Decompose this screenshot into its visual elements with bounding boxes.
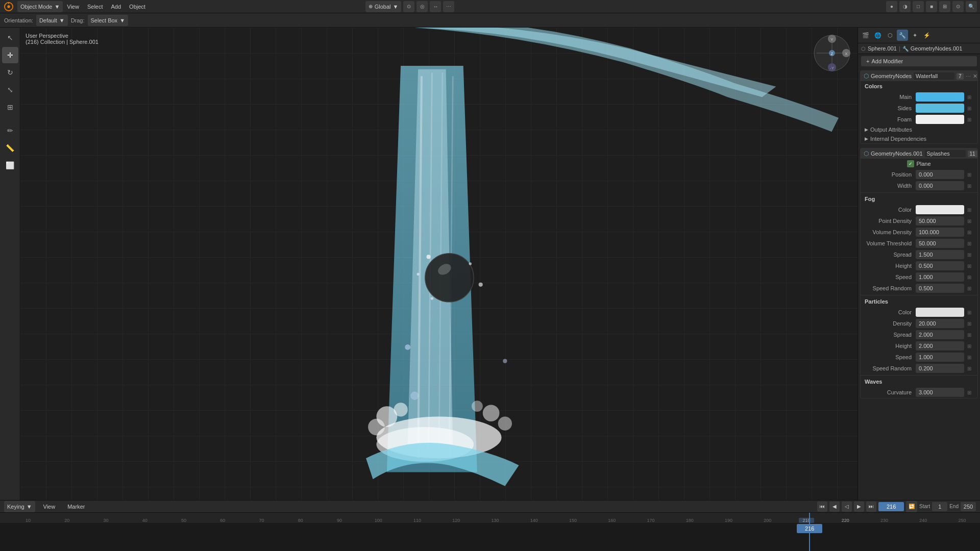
main-color-link[interactable]: ⊞ bbox=[965, 93, 973, 101]
sidebar-annotate-icon[interactable]: ✏ bbox=[2, 122, 18, 139]
particles-color-picker[interactable] bbox=[916, 308, 964, 317]
volume-threshold-link[interactable]: ⊞ bbox=[965, 239, 973, 247]
width-link[interactable]: ⊞ bbox=[965, 182, 973, 190]
width-value[interactable]: 0.000 bbox=[916, 181, 964, 190]
transform-icon[interactable]: ↔ bbox=[430, 1, 441, 12]
modifier-1-input[interactable] bbox=[914, 72, 954, 80]
spread-value[interactable]: 1.500 bbox=[916, 250, 964, 259]
panel-scene-icon[interactable]: 🎬 bbox=[860, 30, 871, 41]
fog-color-picker[interactable] bbox=[916, 205, 964, 214]
orientation-dropdown[interactable]: ⊕ Global ▼ bbox=[365, 1, 402, 12]
keying-dropdown[interactable]: Keying ▼ bbox=[4, 501, 35, 512]
sidebar-scale-icon[interactable]: ⤡ bbox=[2, 82, 18, 98]
viewport[interactable]: User Perspective (216) Collection | Sphe… bbox=[20, 28, 857, 500]
height-value[interactable]: 0.500 bbox=[916, 261, 964, 270]
speed-link[interactable]: ⊞ bbox=[965, 273, 973, 281]
curvature-link[interactable]: ⊞ bbox=[965, 388, 973, 396]
modifier-1-header[interactable]: ⬡ GeometryNodes 7 ⋯ ✕ bbox=[861, 71, 977, 81]
panel-object-icon[interactable]: ⬡ bbox=[885, 30, 896, 41]
orientation-default-dropdown[interactable]: Default ▼ bbox=[36, 15, 68, 26]
jump-end-btn[interactable]: ⏭ bbox=[866, 502, 876, 512]
menu-select[interactable]: Select bbox=[83, 3, 107, 11]
timeline-marker-menu[interactable]: Marker bbox=[63, 503, 89, 511]
timeline-track[interactable]: 216 bbox=[0, 523, 980, 551]
menu-view[interactable]: View bbox=[63, 3, 83, 11]
point-density-value[interactable]: 50.000 bbox=[916, 216, 964, 226]
object-mode-dropdown[interactable]: Object Mode ▼ bbox=[17, 1, 63, 12]
position-link[interactable]: ⊞ bbox=[965, 170, 973, 179]
particles-speed-value[interactable]: 1.000 bbox=[916, 353, 964, 362]
navigation-gizmo[interactable]: Y X -Y Z bbox=[812, 33, 852, 73]
particles-speed-link[interactable]: ⊞ bbox=[965, 353, 973, 361]
modifier-2-input[interactable] bbox=[925, 150, 966, 157]
plane-checkbox[interactable] bbox=[907, 160, 914, 167]
particles-height-value[interactable]: 2.000 bbox=[916, 341, 964, 350]
add-modifier-button[interactable]: + Add Modifier bbox=[861, 56, 977, 66]
modifier-1-number[interactable]: 7 bbox=[957, 73, 964, 80]
sidebar-add-cube-icon[interactable]: ⬜ bbox=[2, 157, 18, 173]
play-reverse-btn[interactable]: ◁ bbox=[842, 502, 852, 512]
panel-particle-icon[interactable]: ✦ bbox=[909, 30, 920, 41]
sidebar-rotate-icon[interactable]: ↻ bbox=[2, 64, 18, 81]
particles-speed-random-value[interactable]: 0.200 bbox=[916, 364, 964, 373]
volume-density-link[interactable]: ⊞ bbox=[965, 228, 973, 236]
density-link[interactable]: ⊞ bbox=[965, 319, 973, 328]
sidebar-select-icon[interactable]: ↖ bbox=[2, 30, 18, 46]
timeline-view-menu[interactable]: View bbox=[39, 503, 60, 511]
overlay-icon[interactable]: ⊙ bbox=[952, 1, 964, 12]
menu-add[interactable]: Add bbox=[107, 3, 126, 11]
particles-spread-link[interactable]: ⊞ bbox=[965, 331, 973, 339]
editor-type-icon[interactable]: ⊞ bbox=[939, 1, 950, 12]
panel-world-icon[interactable]: 🌐 bbox=[872, 30, 884, 41]
speed-value[interactable]: 1.000 bbox=[916, 272, 964, 282]
output-attributes-header[interactable]: ▶ Output Attributes bbox=[861, 125, 977, 134]
point-density-link[interactable]: ⊞ bbox=[965, 217, 973, 225]
modifier-2-header[interactable]: ⬡ GeometryNodes.001 11 ⋯ ✕ bbox=[861, 148, 977, 159]
viewport-shading-3[interactable]: □ bbox=[913, 1, 924, 12]
density-value[interactable]: 20.000 bbox=[916, 319, 964, 328]
speed-random-value[interactable]: 0.500 bbox=[916, 284, 964, 293]
position-value[interactable]: 0.000 bbox=[916, 170, 964, 179]
panel-physics-icon[interactable]: ⚡ bbox=[921, 30, 933, 41]
foam-color-link[interactable]: ⊞ bbox=[965, 115, 973, 123]
main-color-picker[interactable] bbox=[916, 92, 964, 102]
volume-density-value[interactable]: 100.000 bbox=[916, 228, 964, 237]
start-frame-input[interactable]: 1 bbox=[932, 502, 947, 511]
modifier-1-close[interactable]: ✕ bbox=[973, 73, 977, 80]
volume-threshold-value[interactable]: 50.000 bbox=[916, 239, 964, 248]
sidebar-measure-icon[interactable]: 📏 bbox=[2, 140, 18, 156]
current-frame-display[interactable]: 216 bbox=[878, 502, 904, 511]
modifier-1-dots[interactable]: ⋯ bbox=[966, 73, 971, 79]
proportional-icon[interactable]: ◎ bbox=[416, 1, 428, 12]
particles-speed-random-link[interactable]: ⊞ bbox=[965, 364, 973, 372]
particles-color-link[interactable]: ⊞ bbox=[965, 308, 973, 316]
play-btn[interactable]: ▶ bbox=[854, 502, 864, 512]
search-icon[interactable]: 🔍 bbox=[966, 1, 977, 12]
height-link[interactable]: ⊞ bbox=[965, 262, 973, 270]
viewport-shading-4[interactable]: ■ bbox=[926, 1, 937, 12]
spread-link[interactable]: ⊞ bbox=[965, 251, 973, 259]
end-frame-input[interactable]: 250 bbox=[961, 502, 976, 511]
sides-color-picker[interactable] bbox=[916, 104, 964, 113]
frame-marker-badge[interactable]: 216 bbox=[797, 524, 822, 533]
modifier-2-number[interactable]: 11 bbox=[968, 151, 977, 157]
extra-icon[interactable]: ⋯ bbox=[443, 1, 454, 12]
prev-frame-btn[interactable]: ◀ bbox=[829, 502, 840, 512]
particles-height-link[interactable]: ⊞ bbox=[965, 342, 973, 350]
foam-color-picker[interactable] bbox=[916, 115, 964, 124]
loop-icon[interactable]: 🔁 bbox=[906, 501, 917, 512]
drag-mode-dropdown[interactable]: Select Box ▼ bbox=[88, 15, 128, 26]
viewport-shading-1[interactable]: ● bbox=[886, 1, 897, 12]
panel-modifier-icon[interactable]: 🔧 bbox=[897, 30, 908, 41]
menu-object[interactable]: Object bbox=[125, 3, 150, 11]
snap-icon[interactable]: ⊙ bbox=[403, 1, 414, 12]
internal-dependencies-header[interactable]: ▶ Internal Dependencies bbox=[861, 134, 977, 143]
viewport-shading-2[interactable]: ◑ bbox=[899, 1, 911, 12]
sidebar-move-icon[interactable]: ✛ bbox=[2, 47, 18, 63]
fog-color-link[interactable]: ⊞ bbox=[965, 206, 973, 214]
particles-spread-value[interactable]: 2.000 bbox=[916, 330, 964, 339]
speed-random-link[interactable]: ⊞ bbox=[965, 284, 973, 292]
jump-start-btn[interactable]: ⏮ bbox=[817, 502, 827, 512]
curvature-value[interactable]: 3.000 bbox=[916, 388, 964, 397]
sides-color-link[interactable]: ⊞ bbox=[965, 104, 973, 112]
